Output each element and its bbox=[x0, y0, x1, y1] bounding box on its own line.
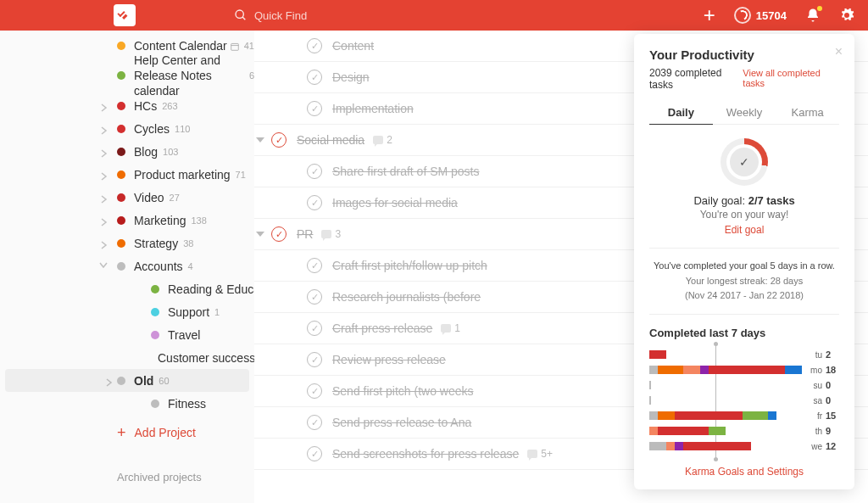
task-checkbox[interactable] bbox=[307, 383, 322, 399]
chart-segment bbox=[683, 366, 700, 374]
sidebar-item-label: Help Center and Release Notes calendar bbox=[134, 53, 244, 99]
settings-button[interactable] bbox=[839, 8, 854, 23]
task-title: Send screenshots for press release bbox=[332, 447, 519, 461]
sidebar-item-label: Old bbox=[134, 374, 153, 388]
task-checkbox[interactable] bbox=[307, 101, 322, 116]
sidebar-item-video[interactable]: Video27 bbox=[0, 186, 254, 209]
project-color-dot bbox=[117, 239, 125, 248]
project-color-dot bbox=[117, 102, 125, 110]
sidebar-item-label: Blog bbox=[134, 145, 158, 159]
task-checkbox[interactable] bbox=[307, 352, 322, 367]
goal-progress-ring: ✓ bbox=[721, 138, 768, 186]
chevron-icon[interactable] bbox=[100, 193, 110, 203]
sidebar-item-product-marketing[interactable]: Product marketing71 bbox=[0, 163, 254, 186]
sidebar-item-strategy[interactable]: Strategy38 bbox=[0, 232, 254, 254]
chevron-icon[interactable] bbox=[100, 101, 110, 111]
sidebar: Content Calendar41Help Center and Releas… bbox=[0, 31, 254, 503]
add-project-button[interactable]: +Add Project bbox=[0, 420, 254, 445]
chevron-icon[interactable] bbox=[105, 376, 115, 386]
comment-count[interactable]: 1 bbox=[441, 322, 460, 334]
chevron-icon[interactable] bbox=[100, 170, 110, 180]
karma-settings-link[interactable]: Karma Goals and Settings bbox=[649, 466, 839, 478]
collapse-toggle[interactable] bbox=[256, 137, 264, 143]
tab-karma[interactable]: Karma bbox=[776, 101, 839, 124]
sidebar-item-help-center-and-release-notes-calendar[interactable]: Help Center and Release Notes calendar6 bbox=[0, 57, 254, 94]
task-title: Craft first pitch/follow up pitch bbox=[332, 259, 487, 272]
chart-row: sa0 bbox=[649, 394, 839, 408]
sidebar-item-travel[interactable]: Travel bbox=[0, 323, 254, 346]
sidebar-item-cycles[interactable]: Cycles110 bbox=[0, 117, 254, 140]
task-checkbox[interactable] bbox=[307, 70, 322, 85]
comment-count[interactable]: 5+ bbox=[527, 448, 553, 460]
popover-tabs: Daily Weekly Karma bbox=[649, 101, 839, 125]
archived-projects-link[interactable]: Archived projects bbox=[0, 471, 254, 483]
tab-daily[interactable]: Daily bbox=[649, 101, 713, 125]
sidebar-item-support[interactable]: Support1 bbox=[0, 300, 254, 323]
sidebar-item-label: Support bbox=[168, 305, 209, 319]
quick-find[interactable]: Quick Find bbox=[234, 8, 704, 22]
chart-segment bbox=[683, 442, 751, 450]
gear-icon bbox=[839, 8, 854, 23]
project-color-dot bbox=[117, 42, 125, 50]
completed-count: 2039 completed tasks bbox=[649, 67, 743, 91]
chart-value: 0 bbox=[826, 380, 839, 390]
comment-icon bbox=[441, 324, 451, 333]
chart-segment bbox=[709, 427, 726, 435]
view-all-completed-link[interactable]: View all completed tasks bbox=[743, 68, 839, 88]
comment-count[interactable]: 3 bbox=[321, 228, 341, 240]
chevron-icon[interactable] bbox=[100, 215, 110, 226]
task-title: Craft press release bbox=[332, 321, 432, 335]
svg-line-1 bbox=[242, 17, 245, 20]
task-checkbox[interactable] bbox=[307, 446, 322, 461]
task-checkbox[interactable] bbox=[307, 321, 322, 336]
project-color-dot bbox=[117, 170, 125, 179]
tab-weekly[interactable]: Weekly bbox=[713, 101, 776, 124]
sidebar-item-blog[interactable]: Blog103 bbox=[0, 140, 254, 163]
karma-button[interactable]: 15704 bbox=[734, 7, 787, 24]
chart-segment bbox=[768, 411, 776, 420]
notifications-button[interactable] bbox=[805, 8, 821, 23]
sidebar-item-label: Accounts bbox=[134, 260, 183, 273]
task-checkbox[interactable] bbox=[307, 289, 322, 305]
close-button[interactable]: × bbox=[835, 44, 843, 59]
chevron-icon[interactable] bbox=[100, 238, 110, 249]
item-count: 38 bbox=[183, 238, 193, 249]
task-checkbox[interactable] bbox=[307, 415, 322, 430]
task-checkbox[interactable] bbox=[307, 258, 322, 273]
edit-goal-link[interactable]: Edit goal bbox=[649, 224, 839, 236]
sidebar-item-accounts[interactable]: Accounts4 bbox=[0, 254, 254, 277]
comment-count[interactable]: 2 bbox=[373, 134, 392, 146]
task-checkbox[interactable] bbox=[307, 195, 322, 210]
sidebar-item-reading-education[interactable]: Reading & Education2 bbox=[0, 277, 254, 300]
collapse-toggle[interactable] bbox=[256, 232, 264, 237]
item-count: 27 bbox=[170, 193, 180, 203]
sidebar-item-customer-success[interactable]: Customer success6 bbox=[0, 346, 254, 369]
sidebar-item-old[interactable]: Old60 bbox=[5, 369, 249, 392]
chevron-icon[interactable] bbox=[100, 147, 110, 157]
sidebar-item-label: Cycles bbox=[134, 122, 170, 136]
chevron-icon[interactable] bbox=[100, 261, 110, 271]
sidebar-item-fitness[interactable]: Fitness bbox=[0, 392, 254, 415]
item-count: 4 bbox=[188, 261, 193, 271]
chart-segment bbox=[658, 366, 683, 374]
chevron-icon[interactable] bbox=[100, 124, 110, 134]
task-checkbox[interactable] bbox=[271, 226, 287, 242]
project-color-dot bbox=[151, 400, 159, 408]
app-logo[interactable] bbox=[114, 4, 136, 26]
item-count: 110 bbox=[175, 124, 190, 134]
sidebar-item-hcs[interactable]: HCs263 bbox=[0, 94, 254, 117]
comment-icon bbox=[527, 450, 537, 458]
task-checkbox[interactable] bbox=[271, 132, 287, 148]
chart-segment bbox=[649, 427, 658, 435]
quick-add-button[interactable]: + bbox=[704, 5, 715, 25]
chart-row: tu2 bbox=[649, 348, 839, 362]
task-checkbox[interactable] bbox=[307, 164, 322, 179]
goal-progress-message: You're on your way! bbox=[649, 209, 839, 221]
sidebar-item-marketing[interactable]: Marketing138 bbox=[0, 209, 254, 232]
project-color-dot bbox=[117, 148, 125, 156]
chart-segment bbox=[649, 366, 658, 374]
plus-icon: + bbox=[117, 425, 126, 440]
item-count: 103 bbox=[163, 147, 178, 157]
svg-rect-2 bbox=[231, 43, 238, 50]
task-checkbox[interactable] bbox=[307, 38, 322, 53]
